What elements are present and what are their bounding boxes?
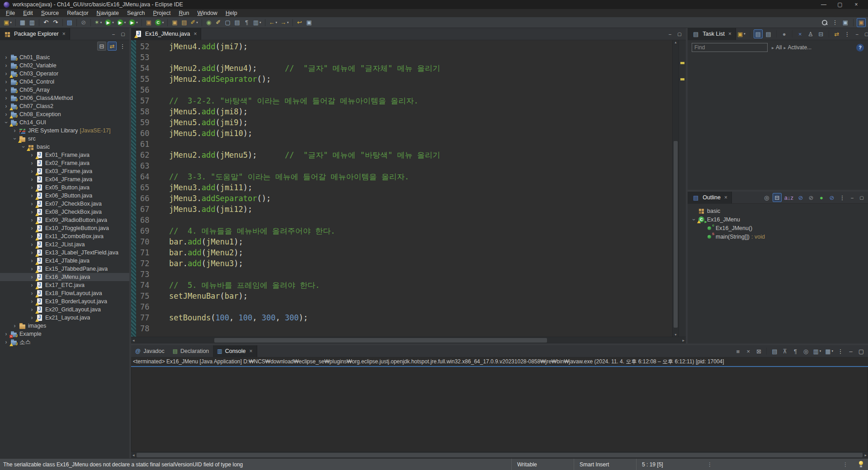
chevron-collapsed-icon[interactable]: ›: [29, 291, 34, 296]
tree-item-ex11-jcombobox-java[interactable]: ›Ex11_JComboBox.java: [0, 232, 129, 240]
console-horizontal-scrollbar[interactable]: ◂ ▸: [131, 451, 868, 458]
clear-console-button[interactable]: ▤: [770, 347, 779, 356]
tree-item-ch04-control[interactable]: ›Ch04_Control: [0, 78, 129, 86]
tab-package-explorer[interactable]: Package Explorer ×: [0, 28, 70, 40]
chevron-collapsed-icon[interactable]: ›: [4, 103, 9, 109]
new-class-button[interactable]: C▾: [154, 18, 165, 27]
menu-search[interactable]: Search: [123, 10, 149, 16]
menu-source[interactable]: Source: [37, 10, 63, 16]
chevron-expanded-icon[interactable]: ›: [691, 217, 697, 222]
run-coverage-button[interactable]: ▶▾: [116, 18, 127, 27]
chevron-collapsed-icon[interactable]: ›: [29, 266, 34, 272]
editor-vertical-scrollbar[interactable]: ▲ ▼: [672, 40, 679, 337]
chevron-collapsed-icon[interactable]: ›: [4, 55, 9, 60]
tree-item-ex21-layout-java[interactable]: ›Ex21_Layout.java: [0, 314, 129, 322]
close-tab-icon[interactable]: ×: [728, 31, 731, 37]
tree-item-ex17-etc-java[interactable]: ›Ex17_ETC.java: [0, 281, 129, 289]
java-perspective-button[interactable]: ▣: [857, 18, 866, 27]
open-type-button[interactable]: ▣: [170, 18, 179, 27]
window-minimize-button[interactable]: —: [816, 0, 832, 9]
toolbar-view-menu-dots[interactable]: ⋮: [830, 18, 840, 27]
close-tab-icon[interactable]: ×: [250, 348, 253, 354]
console-view-menu-dots[interactable]: ⋮: [836, 347, 845, 356]
tab-declaration[interactable]: ▤Declaration: [169, 345, 213, 357]
scroll-up-icon[interactable]: ▲: [673, 41, 679, 44]
tree-item-ex16-jmenu-java[interactable]: ›Ex16_JMenu.java: [0, 273, 129, 281]
chevron-collapsed-icon[interactable]: ›: [29, 250, 34, 255]
tree-item-ex15-jtabbedpane-java[interactable]: ›Ex15_JTabbedPane.java: [0, 265, 129, 273]
menu-run[interactable]: Run: [175, 10, 193, 16]
minimize-view-button[interactable]: –: [848, 194, 856, 201]
chevron-collapsed-icon[interactable]: ›: [29, 307, 34, 312]
chevron-collapsed-icon[interactable]: ›: [4, 95, 9, 101]
window-close-button[interactable]: ×: [848, 0, 864, 9]
notification-lamp-icon[interactable]: [859, 461, 863, 468]
chevron-collapsed-icon[interactable]: ›: [29, 185, 34, 190]
tree-item-ex10-jtogglebutton-java[interactable]: ›Ex10_JToggleButton.java: [0, 224, 129, 232]
menu-file[interactable]: File: [2, 10, 19, 16]
restore-tasks-button[interactable]: ⊟: [816, 29, 826, 38]
chevron-collapsed-icon[interactable]: ›: [29, 201, 34, 207]
chevron-expanded-icon[interactable]: ›: [12, 136, 18, 141]
tree-item-jre-system-library[interactable]: ›JRE System Library [JavaSE-17]: [0, 127, 129, 135]
remove-all-launches-button[interactable]: ⊠: [754, 347, 763, 356]
tab-console[interactable]: ▥Console×: [213, 345, 257, 357]
chevron-collapsed-icon[interactable]: ›: [29, 299, 34, 304]
tree-item-ex03-jframe-java[interactable]: ›Ex03_JFrame.java: [0, 167, 129, 175]
outline-item-ex16-jmenu-[interactable]: cEx16_JMenu(): [688, 224, 868, 232]
tasklist-view-menu-dots[interactable]: ⋮: [843, 29, 852, 38]
show-whitespace-button[interactable]: ¶: [242, 18, 251, 27]
open-perspective-button[interactable]: ▣: [841, 18, 850, 27]
tree-item-ch02-variable[interactable]: ›Ch02_Variable: [0, 61, 129, 70]
tab-task-list[interactable]: ▤ Task List ×: [688, 28, 736, 40]
new-wizard-button[interactable]: ▣▾: [2, 18, 13, 27]
remove-launch-button[interactable]: ×: [744, 347, 753, 356]
tree-item-ch14-gui[interactable]: ›Ch14_GUI: [0, 118, 129, 127]
menu-window[interactable]: Window: [193, 10, 221, 16]
scroll-left-icon[interactable]: ◂: [131, 337, 136, 343]
find-input[interactable]: [692, 43, 768, 52]
explorer-view-menu-dots[interactable]: ⋮: [118, 42, 127, 51]
scrollbar-thumb[interactable]: [214, 338, 547, 343]
annotate-button[interactable]: ✐▾: [189, 18, 199, 27]
forward-button[interactable]: →▾: [279, 18, 290, 27]
chevron-collapsed-icon[interactable]: ›: [12, 323, 17, 329]
status-menu-dots[interactable]: ⋮: [698, 461, 721, 468]
word-wrap-button[interactable]: ¶: [791, 347, 800, 356]
tree-item-basic[interactable]: ›basic: [0, 143, 129, 151]
tree-item-ch07-class2[interactable]: ›Ch07_Class2: [0, 102, 129, 110]
terminate-button[interactable]: ■: [733, 347, 742, 356]
window-maximize-button[interactable]: ▢: [832, 0, 848, 9]
warning-marker[interactable]: [680, 62, 684, 64]
tree-item-ex04-jframe-java[interactable]: ›Ex04_JFrame.java: [0, 175, 129, 183]
hide-local-types-button[interactable]: ⊘: [827, 193, 836, 202]
search-icon[interactable]: [820, 18, 829, 27]
tree-item-src[interactable]: ›src: [0, 135, 129, 143]
tree-item-images[interactable]: ›images: [0, 322, 129, 330]
chevron-collapsed-icon[interactable]: ›: [4, 79, 9, 85]
undo-icon[interactable]: ↶: [42, 18, 51, 27]
chevron-collapsed-icon[interactable]: ›: [4, 71, 9, 76]
outline-collapse-all-button[interactable]: ⊟: [773, 193, 782, 202]
chevron-collapsed-icon[interactable]: ›: [29, 315, 34, 320]
tree-item-ex14-jtable-java[interactable]: ›Ex14_JTable.java: [0, 257, 129, 265]
redo-icon[interactable]: ↷: [51, 18, 60, 27]
chevron-expanded-icon[interactable]: ›: [21, 145, 26, 150]
tree-item-ex18-flowlayout-java[interactable]: ›Ex18_FlowLayout.java: [0, 289, 129, 297]
scope-all[interactable]: All: [776, 44, 782, 51]
tree-item-소스[interactable]: ›소스: [0, 338, 129, 346]
tree-item-ex07-jcheckbox-java[interactable]: ›Ex07_JCheckBox.java: [0, 200, 129, 208]
chevron-collapsed-icon[interactable]: ›: [29, 217, 34, 223]
chevron-collapsed-icon[interactable]: ›: [29, 226, 34, 231]
tree-item-ex02-frame-java[interactable]: ›Ex02_Frame.java: [0, 159, 129, 167]
maximize-view-button[interactable]: ▢: [119, 30, 127, 38]
chevron-collapsed-icon[interactable]: ›: [29, 193, 34, 198]
tree-item-example[interactable]: ›Example: [0, 330, 129, 338]
annotations-dropdown-button[interactable]: ▥▾: [252, 18, 263, 27]
close-tab-icon[interactable]: ×: [193, 31, 197, 37]
scrollbar-thumb[interactable]: [674, 141, 678, 328]
help-icon[interactable]: ?: [856, 44, 864, 52]
link-with-editor-button[interactable]: ⇄: [108, 42, 117, 51]
tree-item-ex19-borderlayout-java[interactable]: ›Ex19_BorderLayout.java: [0, 297, 129, 306]
maximize-view-button[interactable]: ▢: [863, 30, 868, 38]
